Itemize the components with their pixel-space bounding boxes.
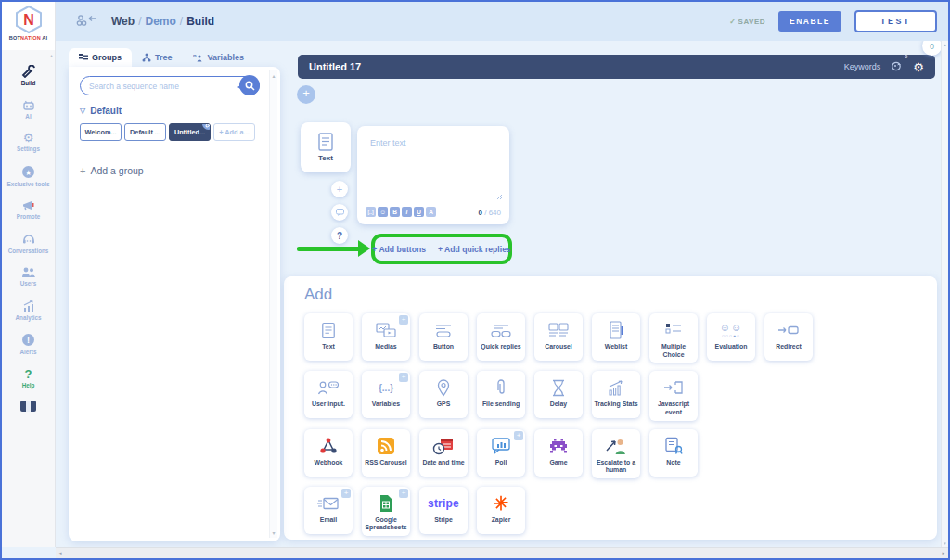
block-card-gps[interactable]: GPS: [419, 371, 468, 418]
keywords-icon[interactable]: 0: [891, 58, 903, 75]
block-card-date-and-time[interactable]: Date and time: [419, 429, 468, 477]
sidebar-item-promote[interactable]: Promote: [2, 194, 55, 227]
gps-pin-icon: [437, 379, 450, 397]
user-input-icon: [317, 380, 340, 396]
main-vertical-scrollbar[interactable]: ▴▾: [941, 41, 948, 547]
text-editor[interactable]: Enter text [..] ☺ B I U A 0 / 640: [357, 126, 509, 224]
sequence-settings-gear-icon[interactable]: ⚙: [913, 61, 924, 73]
block-card-delay[interactable]: Delay: [534, 371, 583, 418]
add-sequence-chip[interactable]: + Add a...: [213, 123, 255, 141]
font-color-icon[interactable]: A: [426, 207, 436, 217]
sidebar-item-analytics[interactable]: Analytics: [2, 294, 55, 328]
block-card-rss-carousel[interactable]: RSS Carousel: [362, 429, 410, 477]
block-card-zapier[interactable]: Zapier: [477, 487, 525, 534]
block-card-weblist[interactable]: Weblist: [592, 313, 640, 361]
scroll-right-icon[interactable]: ▸: [942, 550, 945, 557]
block-card-escalate[interactable]: Escalate to a human: [592, 429, 640, 478]
italic-icon[interactable]: I: [402, 207, 412, 217]
scroll-down-icon[interactable]: ▾: [944, 541, 946, 546]
svg-text:!: !: [27, 336, 30, 345]
block-card-evaluation[interactable]: ☺☺○○○●○ Evaluation: [707, 313, 755, 361]
text-block-card[interactable]: Text: [301, 122, 351, 172]
block-grid-row-1: Text + Medias Button Quick replies: [304, 313, 937, 363]
sidebar-item-ai[interactable]: AI: [2, 94, 55, 127]
main-horizontal-scrollbar[interactable]: ◂▸: [56, 547, 948, 558]
block-card-google-spreadsheets[interactable]: + Google Spreadsheets: [362, 487, 410, 536]
keywords-label[interactable]: Keywords: [844, 62, 881, 71]
resize-handle-icon[interactable]: [496, 187, 503, 204]
logo[interactable]: N BOTNATION AI: [2, 2, 55, 50]
enable-button[interactable]: ENABLE: [778, 11, 841, 32]
rail-comment-button[interactable]: [331, 204, 348, 221]
block-card-poll[interactable]: + Poll: [477, 429, 525, 477]
hourglass-icon: [551, 379, 566, 397]
language-flag-icon[interactable]: [20, 401, 36, 412]
check-icon: ✓: [729, 18, 736, 26]
sidebar-item-conversations[interactable]: Conversations: [2, 227, 55, 261]
gear-icon: ⚙: [23, 132, 34, 144]
saved-status: ✓SAVED: [729, 18, 765, 26]
block-card-game[interactable]: Game: [534, 429, 583, 477]
block-card-email[interactable]: + Email: [304, 487, 353, 534]
sidebar-item-settings[interactable]: ⚙ Settings: [2, 126, 55, 159]
block-card-stripe[interactable]: stripe Stripe: [419, 487, 468, 534]
svg-text:n: n: [193, 53, 197, 58]
sidebar-item-help[interactable]: ? Help: [2, 363, 55, 396]
sidebar-item-exclusive-tools[interactable]: ★ Exclusive tools: [2, 159, 55, 195]
panel-scrollbar[interactable]: ▴▾: [269, 70, 277, 538]
add-group-button[interactable]: + Add a group: [80, 165, 260, 176]
sequence-chip-welcome[interactable]: Welcom...: [80, 123, 122, 141]
editor-toolbar: [..] ☺ B I U A: [366, 207, 436, 217]
scroll-up-icon[interactable]: ▴: [272, 72, 275, 79]
megaphone-icon: [21, 199, 36, 211]
sequence-title[interactable]: Untitled 17: [309, 61, 361, 72]
sequence-search: [80, 76, 260, 95]
sequence-chip-default[interactable]: Default ...: [124, 123, 166, 141]
add-buttons-link[interactable]: + Add buttons: [372, 245, 426, 254]
plus-badge-icon: +: [514, 431, 523, 440]
flow-back-icon[interactable]: [76, 14, 98, 29]
test-button[interactable]: TEST: [854, 10, 937, 32]
tab-tree[interactable]: Tree: [132, 48, 183, 67]
scroll-up-icon[interactable]: ▴: [944, 42, 946, 47]
variable-insert-icon[interactable]: [..]: [366, 207, 376, 217]
sidebar-item-alerts[interactable]: ! Alerts: [2, 327, 55, 363]
block-card-variables[interactable]: + {...} Variables: [362, 371, 410, 418]
search-button[interactable]: [239, 75, 260, 95]
sidebar-item-users[interactable]: Users: [2, 261, 55, 294]
block-card-multiple-choice[interactable]: Multiple Choice: [649, 313, 698, 363]
block-card-user-input[interactable]: User input.: [304, 371, 353, 418]
scroll-down-icon[interactable]: ▾: [272, 529, 275, 536]
block-card-button[interactable]: Button: [419, 313, 468, 361]
block-card-file-sending[interactable]: File sending: [477, 371, 525, 418]
carousel-icon: [547, 322, 570, 339]
button-icon: [433, 323, 454, 338]
scroll-left-icon[interactable]: ◂: [58, 550, 62, 557]
search-input[interactable]: [89, 82, 200, 91]
add-quick-replies-link[interactable]: + Add quick replies: [438, 245, 511, 254]
block-card-text[interactable]: Text: [304, 313, 353, 361]
group-default-toggle[interactable]: ▽ Default: [80, 106, 260, 116]
sidebar-scroll-up-icon[interactable]: ▴: [50, 52, 53, 58]
add-block-above-button[interactable]: +: [297, 85, 315, 104]
block-card-note[interactable]: Note: [649, 429, 698, 477]
tab-groups[interactable]: Groups: [69, 48, 132, 67]
underline-icon[interactable]: U: [414, 207, 424, 217]
block-card-javascript-event[interactable]: Javascript event: [649, 371, 698, 420]
bold-icon[interactable]: B: [390, 207, 400, 217]
tracking-stats-icon: [606, 379, 626, 396]
breadcrumb[interactable]: Web/Demo/Build: [111, 15, 214, 28]
sequence-chip-untitled[interactable]: Untitled...: [169, 123, 211, 141]
rail-help-button[interactable]: ?: [331, 227, 348, 244]
botnation-logo-icon: N: [13, 5, 45, 34]
block-card-tracking-stats[interactable]: Tracking Stats: [592, 371, 640, 418]
block-card-medias[interactable]: + Medias: [362, 313, 410, 361]
sidebar-item-build[interactable]: Build: [2, 59, 55, 94]
block-card-quick-replies[interactable]: Quick replies: [477, 313, 525, 361]
block-card-redirect[interactable]: Redirect: [764, 313, 813, 361]
emoji-icon[interactable]: ☺: [378, 207, 388, 217]
block-card-carousel[interactable]: Carousel: [534, 313, 583, 361]
block-card-webhook[interactable]: Webhook: [304, 429, 353, 477]
rail-add-button[interactable]: +: [331, 181, 348, 197]
tab-variables[interactable]: n Variables: [183, 48, 255, 67]
